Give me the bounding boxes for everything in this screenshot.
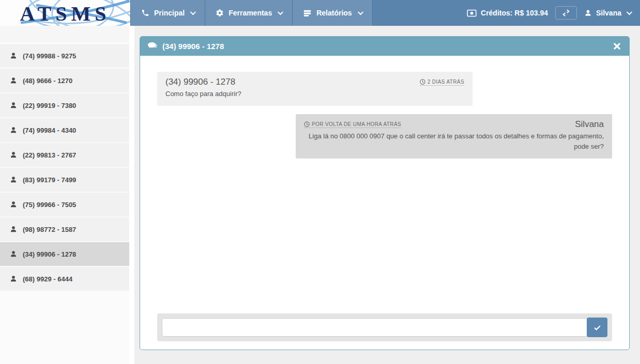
chevron-down-icon — [278, 9, 283, 15]
nav-item-principal[interactable]: Principal — [130, 0, 205, 26]
contact-person-icon — [10, 52, 17, 59]
exchange-arrows-icon — [561, 9, 571, 17]
contact-list: (74) 99988 - 9275 (48) 9666 - 1270 (22) … — [0, 44, 129, 292]
message-sender: Silvana — [575, 119, 604, 130]
contact-number: (74) 99988 - 9275 — [23, 52, 76, 60]
message-timestamp[interactable]: 2 DIAS ATRÁS — [420, 79, 464, 86]
send-button[interactable] — [587, 318, 607, 337]
contact-number: (74) 99984 - 4340 — [23, 126, 76, 134]
nav-item-principal-label: Principal — [154, 9, 185, 17]
contact-person-icon — [10, 226, 17, 233]
sidebar-contact-item[interactable]: (48) 9666 - 1270 — [0, 69, 129, 93]
navbar-right: Créditos: R$ 103.94 Silvana — [467, 0, 640, 26]
chat-bubbles-icon — [148, 42, 157, 50]
nav-item-ferramentas[interactable]: Ferramentas — [205, 0, 293, 26]
nav-item-ferramentas-label: Ferramentas — [228, 9, 272, 17]
nav-item-relatorios-label: Relatórios — [316, 9, 352, 17]
contact-person-icon — [10, 77, 17, 84]
navbar-spacer — [373, 0, 467, 26]
sidebar-contact-item[interactable]: (98) 98772 - 1587 — [0, 217, 129, 242]
user-menu[interactable]: Silvana — [584, 9, 631, 17]
contact-number: (98) 98772 - 1587 — [23, 226, 76, 233]
contacts-sidebar: (74) 99988 - 9275 (48) 9666 - 1270 (22) … — [0, 26, 129, 364]
atsms-logo-globe-icon: ATSMS — [0, 0, 130, 26]
message-time-text: POR VOLTA DE UMA HORA ATRÁS — [312, 121, 401, 127]
check-icon — [593, 324, 601, 331]
close-icon — [614, 43, 620, 50]
app-logo[interactable]: ATSMS — [0, 0, 130, 26]
message-header: (34) 99906 - 1278 2 DIAS ATRÁS — [165, 77, 464, 87]
navbar: Principal Ferramentas Relatórios — [130, 0, 640, 26]
chat-messages-area: (34) 99906 - 1278 2 DIAS ATRÁS Como faço… — [140, 56, 629, 350]
contact-number: (22) 99919 - 7380 — [23, 102, 76, 109]
topbar: ATSMS Principal Ferramentas Relatórios — [0, 0, 640, 26]
nav-item-relatorios[interactable]: Relatórios — [293, 0, 372, 26]
gear-icon — [216, 9, 224, 17]
contact-number: (83) 99179 - 7499 — [23, 176, 76, 184]
page-layout: (74) 99988 - 9275 (48) 9666 - 1270 (22) … — [0, 26, 640, 364]
contact-person-icon — [10, 250, 17, 258]
chat-message: Silvana POR VOLTA DE UMA HORA ATRÁS Liga… — [296, 114, 612, 159]
chat-panel-header: (34) 99906 - 1278 — [140, 37, 629, 56]
sidebar-contact-item[interactable]: (22) 99919 - 7380 — [0, 93, 129, 118]
messages-spacer — [157, 159, 612, 313]
sidebar-top-slot — [0, 26, 129, 44]
switch-account-button[interactable] — [555, 6, 577, 20]
contact-number: (34) 99906 - 1278 — [23, 250, 76, 258]
contact-person-icon — [10, 126, 17, 134]
message-sender: (34) 99906 - 1278 — [165, 77, 235, 87]
contact-number: (48) 9666 - 1270 — [23, 77, 72, 85]
contact-person-icon — [10, 275, 17, 282]
contact-number: (75) 99966 - 7505 — [23, 201, 76, 209]
sidebar-contact-item[interactable]: (68) 9929 - 6444 — [0, 267, 129, 292]
sidebar-contact-item[interactable]: (22) 99813 - 2767 — [0, 143, 129, 168]
chevron-down-icon — [627, 9, 632, 15]
money-icon — [467, 9, 477, 17]
close-chat-button[interactable] — [613, 42, 621, 51]
clock-icon — [420, 79, 425, 85]
sidebar-contact-item[interactable]: (74) 99984 - 4340 — [0, 118, 129, 143]
sidebar-contact-item[interactable]: (75) 99966 - 7505 — [0, 193, 129, 217]
contact-person-icon — [10, 201, 17, 208]
phone-icon — [141, 9, 149, 17]
user-name: Silvana — [596, 9, 621, 17]
main-content: (34) 99906 - 1278 (34) 99906 - 1278 2 DI… — [134, 26, 640, 364]
chevron-down-icon — [357, 9, 363, 15]
sidebar-contact-item[interactable]: (34) 99906 - 1278 — [0, 242, 129, 267]
message-list: (34) 99906 - 1278 2 DIAS ATRÁS Como faço… — [157, 72, 612, 159]
contact-person-icon — [10, 102, 17, 109]
sidebar-contact-item[interactable]: (83) 99179 - 7499 — [0, 168, 129, 193]
user-icon — [584, 9, 592, 17]
message-timestamp[interactable]: POR VOLTA DE UMA HORA ATRÁS — [304, 121, 401, 128]
credits-display: Créditos: R$ 103.94 — [467, 9, 548, 17]
message-header: Silvana POR VOLTA DE UMA HORA ATRÁS — [304, 119, 604, 130]
chat-message: (34) 99906 - 1278 2 DIAS ATRÁS Como faço… — [157, 72, 473, 106]
sidebar-scrollbar-track[interactable] — [129, 26, 134, 364]
chevron-down-icon — [190, 9, 196, 15]
message-time-text: 2 DIAS ATRÁS — [428, 79, 464, 85]
chat-panel: (34) 99906 - 1278 (34) 99906 - 1278 2 DI… — [140, 36, 630, 350]
contact-person-icon — [10, 176, 17, 183]
logo-text: ATSMS — [20, 2, 111, 25]
message-input[interactable] — [162, 318, 588, 337]
credits-label: Créditos: R$ 103.94 — [481, 9, 548, 17]
contact-number: (68) 9929 - 6444 — [23, 275, 72, 283]
message-composer — [157, 313, 612, 341]
contact-person-icon — [10, 151, 17, 159]
message-text: Liga lá no 0800 000 0907 que o call cent… — [304, 131, 604, 152]
chat-title: (34) 99906 - 1278 — [162, 42, 224, 51]
sidebar-contact-item[interactable]: (74) 99988 - 9275 — [0, 44, 129, 69]
contact-number: (22) 99813 - 2767 — [23, 151, 76, 159]
message-text: Como faço para adquirir? — [165, 89, 464, 99]
clock-icon — [304, 121, 310, 127]
reports-icon — [303, 9, 312, 17]
